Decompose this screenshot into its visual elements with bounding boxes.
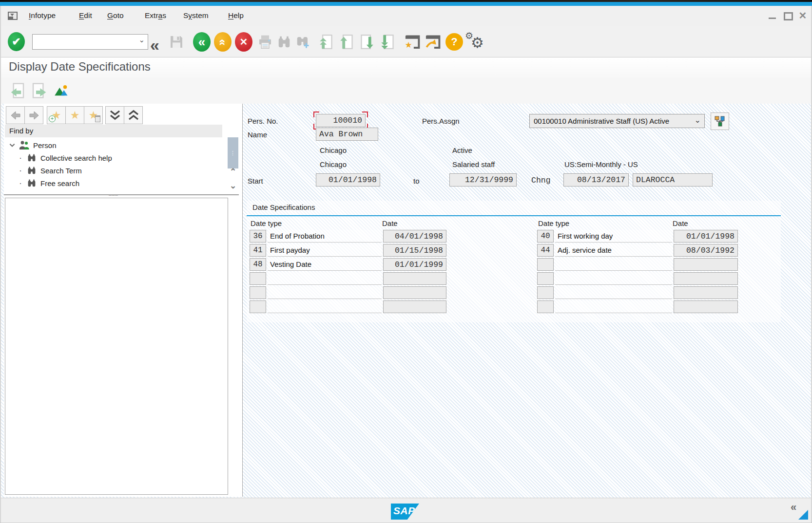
menu-edit[interactable]: Edit bbox=[79, 6, 92, 25]
maximize-button[interactable] bbox=[782, 6, 793, 25]
sap-gui-window: Infotype Edit Goto Extras System Help ✕ … bbox=[0, 0, 812, 523]
system-menu-icon[interactable] bbox=[7, 10, 19, 22]
title-band: Display Date Specifications bbox=[1, 57, 811, 78]
print-button[interactable] bbox=[257, 34, 273, 50]
date-type-code-field[interactable]: 48 bbox=[250, 258, 266, 271]
expand-all-button[interactable] bbox=[124, 106, 143, 124]
next-record-button[interactable] bbox=[31, 82, 47, 99]
scroll-up-button[interactable]: ⌃ bbox=[229, 169, 237, 176]
date-specifications-group: Date Specifications Date type Date 36 En… bbox=[247, 201, 781, 322]
date-type-code-field[interactable]: 40 bbox=[537, 230, 554, 243]
cancel-button[interactable]: ✕ bbox=[235, 32, 252, 52]
tree-node-person[interactable]: Person bbox=[4, 139, 57, 151]
date-type-code-field[interactable]: 44 bbox=[537, 244, 554, 257]
name-label: Name bbox=[248, 131, 267, 139]
tree-item-free-search[interactable]: · Free search bbox=[4, 177, 79, 189]
chevron-down-icon[interactable]: ⌄ bbox=[138, 36, 145, 44]
back-button[interactable]: « bbox=[193, 32, 211, 52]
page-down-icon bbox=[360, 33, 374, 51]
date-value-field[interactable]: 01/01/1999 bbox=[383, 258, 446, 271]
last-page-button[interactable] bbox=[380, 33, 395, 51]
new-session-button[interactable]: ★ bbox=[404, 34, 420, 49]
end-date-field[interactable]: 12/31/9999 bbox=[449, 173, 517, 187]
grip-dots-icon: ⋮ bbox=[230, 150, 236, 156]
next-page-button[interactable] bbox=[360, 33, 374, 51]
customize-layout-button[interactable]: ⚙ ⚙ bbox=[465, 31, 484, 51]
date-type-code-field[interactable] bbox=[250, 300, 266, 313]
favorites-button[interactable]: ★ bbox=[65, 106, 84, 124]
date-type-name: Adj. service date bbox=[555, 244, 672, 257]
pers-assgn-dropdown[interactable]: 00100010 Administrative Staff (US) Activ… bbox=[529, 114, 705, 128]
change-date-field[interactable]: 08/13/2017 bbox=[563, 173, 629, 187]
collapse-all-button[interactable] bbox=[105, 106, 124, 124]
enter-button[interactable]: ✔ bbox=[8, 32, 25, 51]
date-type-code-field[interactable] bbox=[250, 272, 266, 285]
pers-no-label: Pers. No. bbox=[248, 117, 278, 125]
command-input[interactable] bbox=[34, 36, 135, 48]
create-shortcut-button[interactable] bbox=[424, 34, 441, 49]
date-value-field[interactable]: 01/01/1998 bbox=[674, 230, 738, 243]
date-value-field[interactable]: 08/03/1992 bbox=[674, 244, 738, 257]
name-field[interactable]: Ava Brown bbox=[316, 128, 378, 141]
resize-grip[interactable] bbox=[798, 510, 808, 520]
collapse-statusbar-button[interactable]: « bbox=[791, 501, 796, 514]
minimize-button[interactable] bbox=[767, 6, 778, 25]
command-field[interactable]: ⌄ bbox=[32, 34, 148, 50]
start-date-field[interactable]: 01/01/1998 bbox=[316, 173, 380, 187]
close-button[interactable]: ✕ bbox=[797, 6, 809, 25]
date-type-code-field[interactable]: 36 bbox=[250, 230, 266, 243]
pers-no-field[interactable]: 100010 bbox=[316, 114, 366, 127]
date-type-code-field[interactable] bbox=[537, 258, 554, 271]
menu-infotype[interactable]: Infotype bbox=[29, 6, 56, 25]
date-value-field[interactable]: 04/01/1998 bbox=[383, 230, 446, 243]
save-button[interactable] bbox=[169, 34, 184, 50]
overview-button[interactable] bbox=[54, 83, 69, 97]
nav-forward-button[interactable] bbox=[24, 106, 43, 124]
date-type-name: End of Probation bbox=[268, 230, 382, 243]
find-button[interactable] bbox=[277, 34, 291, 50]
menu-system[interactable]: System bbox=[183, 6, 209, 25]
date-type-code-field[interactable] bbox=[537, 300, 554, 313]
date-type-name: First payday bbox=[268, 244, 382, 257]
date-value-field[interactable] bbox=[674, 258, 738, 271]
date-value-field[interactable] bbox=[383, 272, 446, 285]
date-value-field[interactable] bbox=[674, 286, 738, 299]
date-value-field[interactable] bbox=[674, 272, 738, 285]
date-value-field[interactable] bbox=[674, 300, 738, 313]
date-value-field[interactable] bbox=[383, 300, 446, 313]
add-favorite-button[interactable]: ★ + bbox=[47, 106, 66, 124]
find-next-button[interactable] bbox=[295, 34, 310, 50]
date-type-code-field[interactable] bbox=[537, 286, 554, 299]
search-results-area[interactable] bbox=[5, 198, 228, 495]
previous-page-button[interactable] bbox=[339, 33, 354, 51]
date-spec-row-empty bbox=[537, 258, 738, 271]
tree-scrollbar-thumb[interactable]: ⋮ bbox=[228, 137, 238, 168]
back-history-button[interactable]: « bbox=[150, 37, 159, 53]
date-type-code-field[interactable]: 41 bbox=[250, 244, 266, 257]
page-up-icon bbox=[339, 33, 354, 51]
to-label: to bbox=[413, 177, 420, 185]
delete-favorite-button[interactable]: ★ bbox=[84, 106, 103, 124]
scroll-down-button[interactable]: ⌄ bbox=[229, 184, 237, 190]
binoculars-plus-icon bbox=[295, 34, 310, 50]
date-value-field[interactable]: 01/15/1998 bbox=[383, 244, 446, 257]
changed-by-field[interactable]: DLAROCCA bbox=[633, 173, 713, 187]
double-chevron-left-icon: « bbox=[791, 501, 796, 513]
date-type-code-field[interactable] bbox=[250, 286, 266, 299]
tree-item-collective-search-help[interactable]: · Collective search help bbox=[4, 151, 112, 164]
exit-button[interactable]: « bbox=[214, 32, 232, 52]
expander-chevron-icon[interactable] bbox=[9, 142, 16, 148]
previous-record-button[interactable] bbox=[10, 82, 25, 99]
nav-back-button[interactable] bbox=[6, 106, 25, 124]
tree-item-search-term[interactable]: · Search Term bbox=[4, 164, 82, 177]
org-assignment-button[interactable] bbox=[711, 112, 729, 130]
menu-goto[interactable]: Goto bbox=[107, 6, 124, 25]
menu-help[interactable]: Help bbox=[228, 6, 244, 25]
help-button[interactable]: ? bbox=[445, 33, 463, 51]
first-page-button[interactable] bbox=[319, 33, 333, 51]
date-specs-left-column: Date type Date 36 End of Probation 04/01… bbox=[250, 219, 446, 315]
date-type-name bbox=[268, 300, 382, 313]
menu-extras[interactable]: Extras bbox=[145, 6, 166, 25]
date-type-code-field[interactable] bbox=[537, 272, 554, 285]
date-value-field[interactable] bbox=[383, 286, 446, 299]
